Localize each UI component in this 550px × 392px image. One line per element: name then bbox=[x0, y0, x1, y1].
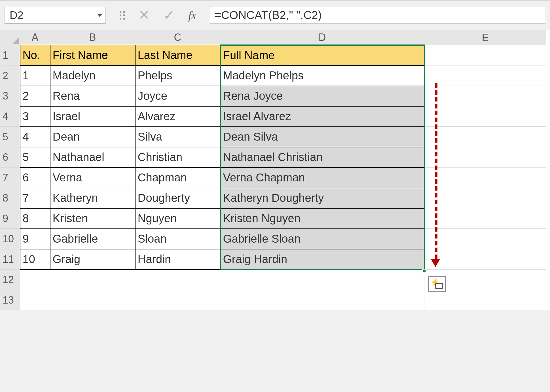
cell-A1[interactable]: No. bbox=[20, 45, 50, 65]
cell-E8[interactable] bbox=[424, 188, 546, 208]
cell-B10[interactable]: Gabrielle bbox=[50, 229, 135, 249]
table-row: 8 7 Katheryn Dougherty Katheryn Doughert… bbox=[0, 188, 546, 208]
row-header[interactable]: 7 bbox=[0, 168, 20, 188]
column-header-E[interactable]: E bbox=[424, 30, 546, 45]
cell-E2[interactable] bbox=[424, 65, 546, 86]
table-row: 9 8 Kristen Nguyen Kristen Nguyen bbox=[0, 208, 546, 229]
cell-E1[interactable] bbox=[424, 45, 546, 65]
row-header[interactable]: 4 bbox=[0, 106, 20, 127]
fill-handle[interactable] bbox=[422, 269, 426, 273]
cell-B13[interactable] bbox=[50, 290, 135, 310]
cell-E4[interactable] bbox=[424, 106, 546, 127]
cell-B1[interactable]: First Name bbox=[50, 45, 135, 65]
cell-D5[interactable]: Dean Silva bbox=[220, 127, 424, 147]
chevron-down-icon[interactable] bbox=[97, 14, 103, 17]
cell-D11[interactable]: Graig Hardin bbox=[220, 249, 424, 270]
cell-B6[interactable]: Nathanael bbox=[50, 147, 135, 168]
cell-B12[interactable] bbox=[50, 270, 135, 290]
cell-C4[interactable]: Alvarez bbox=[135, 106, 220, 127]
table-row: 12 bbox=[0, 270, 546, 290]
cell-C13[interactable] bbox=[135, 290, 220, 310]
row-header[interactable]: 3 bbox=[0, 86, 20, 106]
row-header[interactable]: 9 bbox=[0, 208, 20, 229]
cell-D1[interactable]: Full Name bbox=[220, 45, 424, 65]
cell-B4[interactable]: Israel bbox=[50, 106, 135, 127]
column-header-A[interactable]: A bbox=[20, 30, 50, 45]
cell-E9[interactable] bbox=[424, 208, 546, 229]
cell-D12[interactable] bbox=[220, 270, 424, 290]
cell-D9[interactable]: Kristen Nguyen bbox=[220, 208, 424, 229]
column-header-C[interactable]: C bbox=[135, 30, 220, 45]
table-row: 2 1 Madelyn Phelps Madelyn Phelps bbox=[0, 65, 546, 86]
cell-C3[interactable]: Joyce bbox=[135, 86, 220, 106]
row-header[interactable]: 5 bbox=[0, 127, 20, 147]
cell-A4[interactable]: 3 bbox=[20, 106, 50, 127]
row-header[interactable]: 13 bbox=[0, 290, 20, 310]
row-header[interactable]: 2 bbox=[0, 65, 20, 86]
cell-C8[interactable]: Dougherty bbox=[135, 188, 220, 208]
cell-C12[interactable] bbox=[135, 270, 220, 290]
cell-C11[interactable]: Hardin bbox=[135, 249, 220, 270]
annotation-arrow bbox=[435, 83, 437, 259]
cell-A9[interactable]: 8 bbox=[20, 208, 50, 229]
cell-D2[interactable]: Madelyn Phelps bbox=[220, 65, 424, 86]
cell-A8[interactable]: 7 bbox=[20, 188, 50, 208]
cell-E10[interactable] bbox=[424, 229, 546, 249]
column-header-D[interactable]: D bbox=[220, 30, 424, 45]
cancel-icon[interactable]: ✕ bbox=[138, 9, 150, 22]
row-header[interactable]: 10 bbox=[0, 229, 20, 249]
formula-bar: D2 ✕ ✓ fx bbox=[0, 1, 550, 30]
cell-D6[interactable]: Nathanael Christian bbox=[220, 147, 424, 168]
enter-icon[interactable]: ✓ bbox=[163, 9, 175, 22]
annotation-arrow-head bbox=[431, 259, 440, 267]
cell-D7[interactable]: Verna Chapman bbox=[220, 168, 424, 188]
cell-E6[interactable] bbox=[424, 147, 546, 168]
cell-A3[interactable]: 2 bbox=[20, 86, 50, 106]
cell-D4[interactable]: Israel Alvarez bbox=[220, 106, 424, 127]
row-header[interactable]: 11 bbox=[0, 249, 20, 270]
cell-B5[interactable]: Dean bbox=[50, 127, 135, 147]
cell-B11[interactable]: Graig bbox=[50, 249, 135, 270]
select-all-corner[interactable] bbox=[0, 30, 20, 45]
cell-C1[interactable]: Last Name bbox=[135, 45, 220, 65]
cell-D3[interactable]: Rena Joyce bbox=[220, 86, 424, 106]
column-header-B[interactable]: B bbox=[50, 30, 135, 45]
row-header[interactable]: 8 bbox=[0, 188, 20, 208]
cell-A6[interactable]: 5 bbox=[20, 147, 50, 168]
row-header[interactable]: 12 bbox=[0, 270, 20, 290]
cell-E5[interactable] bbox=[424, 127, 546, 147]
drag-handle-icon[interactable] bbox=[120, 11, 125, 20]
cell-A12[interactable] bbox=[20, 270, 50, 290]
cell-A5[interactable]: 4 bbox=[20, 127, 50, 147]
cell-C7[interactable]: Chapman bbox=[135, 168, 220, 188]
cell-A11[interactable]: 10 bbox=[20, 249, 50, 270]
name-box[interactable]: D2 bbox=[5, 7, 106, 24]
cell-E3[interactable] bbox=[424, 86, 546, 106]
cell-E11[interactable] bbox=[424, 249, 546, 270]
cell-A2[interactable]: 1 bbox=[20, 65, 50, 86]
cell-A7[interactable]: 6 bbox=[20, 168, 50, 188]
cell-C10[interactable]: Sloan bbox=[135, 229, 220, 249]
cell-C5[interactable]: Silva bbox=[135, 127, 220, 147]
autofill-options-button[interactable]: ⚡ bbox=[428, 276, 446, 292]
cell-E7[interactable] bbox=[424, 168, 546, 188]
cell-B8[interactable]: Katheryn bbox=[50, 188, 135, 208]
cell-B2[interactable]: Madelyn bbox=[50, 65, 135, 86]
cell-E13[interactable] bbox=[424, 290, 546, 310]
row-header[interactable]: 1 bbox=[0, 45, 20, 65]
cell-B9[interactable]: Kristen bbox=[50, 208, 135, 229]
cell-D13[interactable] bbox=[220, 290, 424, 310]
cell-D10[interactable]: Gabrielle Sloan bbox=[220, 229, 424, 249]
cell-C2[interactable]: Phelps bbox=[135, 65, 220, 86]
spreadsheet-grid[interactable]: A B C D E 1 No. First Name Last Name Ful… bbox=[0, 30, 550, 310]
cell-A13[interactable] bbox=[20, 290, 50, 310]
cell-A10[interactable]: 9 bbox=[20, 229, 50, 249]
fx-icon[interactable]: fx bbox=[188, 9, 196, 22]
formula-input[interactable] bbox=[210, 7, 545, 24]
cell-C6[interactable]: Christian bbox=[135, 147, 220, 168]
cell-C9[interactable]: Nguyen bbox=[135, 208, 220, 229]
cell-D8[interactable]: Katheryn Dougherty bbox=[220, 188, 424, 208]
row-header[interactable]: 6 bbox=[0, 147, 20, 168]
cell-B3[interactable]: Rena bbox=[50, 86, 135, 106]
cell-B7[interactable]: Verna bbox=[50, 168, 135, 188]
